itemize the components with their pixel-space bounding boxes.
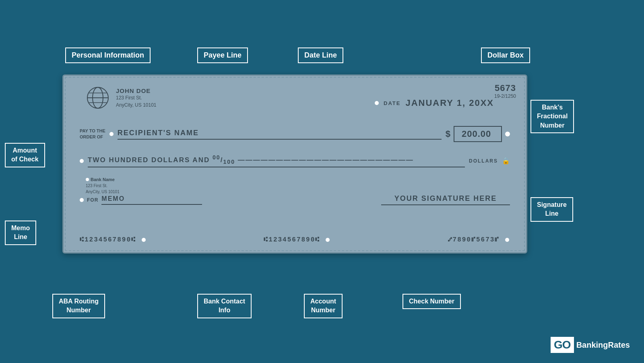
dollar-box-section: $ 200.00 [446,126,510,142]
payee-section: PAY TO THEORDER OF RECIPIENT'S NAME $ 20… [80,126,510,142]
logo-go: GO [551,337,574,353]
memo-pointer-dot [80,198,84,202]
memo-text: MEMO [101,195,202,205]
written-amount: TWO HUNDRED DOLLARS AND 00/100 —————————… [88,154,465,167]
check-number-label: Check Number [402,294,461,309]
date-label: DATE [384,100,400,106]
date-section: DATE JANUARY 1, 20XX [375,98,494,108]
check: 5673 19-2/1250 JOHN DOE 123 First St. An… [62,74,527,254]
date-line-label: Date Line [298,47,343,63]
memo-line-label: MemoLine [5,221,36,245]
written-fraction: 00/100 ——————————————————————— [213,156,414,164]
micr-routing: ⑆1234567890⑆ [80,236,147,243]
account-pointer-dot [326,238,330,242]
account-number-label: AccountNumber [304,294,343,318]
aba-routing-number-label: ABA RoutingNumber [52,294,105,318]
check-number-small: 19-2/1250 [494,93,516,99]
account-address1: 123 First St. [116,94,157,101]
signature-line: YOUR SIGNATURE HERE [381,194,510,205]
dollar-box-label: Dollar Box [481,47,530,63]
payee-line-label: Payee Line [197,47,248,63]
micr-routing-text: ⑆1234567890⑆ [80,236,136,243]
lock-icon: 🔒 [502,157,510,165]
banks-fractional-number-label: Bank'sFractionalNumber [530,100,574,133]
bank-pointer-dot [86,178,89,181]
pay-to-label: PAY TO THEORDER OF [80,128,105,140]
check-number-area: 5673 19-2/1250 [494,83,516,99]
payee-pointer-dot [109,132,114,136]
personal-info-section: JOHN DOE 123 First St. AnyCity, US 10101 [86,86,157,110]
recipient-name: RECIPIENT'S NAME [118,129,442,140]
check-wrapper: 5673 19-2/1250 JOHN DOE 123 First St. An… [62,74,527,254]
date-pointer-dot [375,101,379,105]
personal-text: JOHN DOE 123 First St. AnyCity, US 10101 [116,87,157,109]
signature-line-label: SignatureLine [530,197,573,222]
micr-check-text: ⑇7890⑈5673⑈ [448,236,500,243]
routing-pointer-dot [142,238,146,242]
bank-info-section: Bank Name 123 First St. AnyCity, US 1010… [86,175,120,195]
account-address2: AnyCity, US 10101 [116,101,157,109]
dollars-label: DOLLARS [469,158,498,164]
for-label: FOR [87,197,98,203]
bank-name: Bank Name [91,177,115,182]
date-value: JANUARY 1, 20XX [405,98,494,108]
micr-account: ⑆1234567890⑆ [264,236,330,243]
written-amount-section: TWO HUNDRED DOLLARS AND 00/100 —————————… [80,154,510,167]
amount-pointer-dot [505,132,510,136]
written-pointer-dot [80,159,84,163]
logo-text: BankingRates [574,340,630,350]
globe-icon [86,86,110,110]
written-amount-text: TWO HUNDRED DOLLARS AND [88,156,210,164]
bank-address1: 123 First St. [86,183,120,189]
dollar-box: 200.00 [454,126,502,142]
bank-contact-info-label: Bank ContactInfo [197,294,252,318]
account-holder-name: JOHN DOE [116,87,157,94]
personal-information-label: Personal Information [65,47,151,63]
check-num-pointer-dot [505,238,509,242]
memo-part: FOR MEMO [80,195,202,205]
bank-address2: AnyCity, US 10101 [86,189,120,195]
dollar-sign: $ [446,129,450,139]
check-number-big: 5673 [494,83,516,93]
logo: GO BankingRates [551,337,630,353]
micr-check-number: ⑇7890⑈5673⑈ [448,236,510,243]
micr-line: ⑆1234567890⑆ ⑆1234567890⑆ ⑇7890⑈5673⑈ [80,236,510,243]
amount-value: 200.00 [462,129,491,139]
amount-of-check-label: Amountof Check [5,143,45,167]
micr-account-text: ⑆1234567890⑆ [264,236,320,243]
memo-signature-section: FOR MEMO YOUR SIGNATURE HERE [80,194,510,205]
